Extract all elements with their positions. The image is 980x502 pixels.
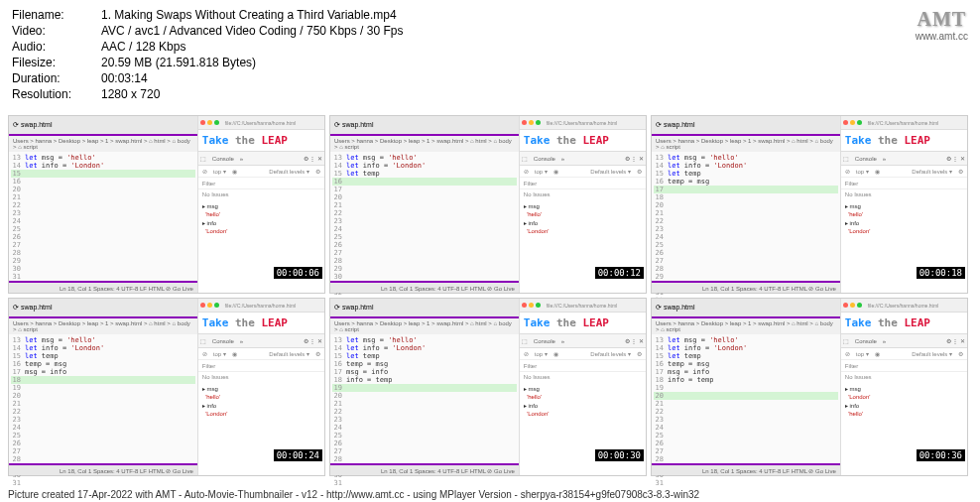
no-issues-text: No Issues bbox=[520, 372, 646, 382]
console-output: ▸ msg 'hello'▸ info 'London' bbox=[841, 199, 967, 237]
filter-input: Filter bbox=[198, 360, 324, 372]
url-bar: file:///C:/Users/hanna/home.html bbox=[225, 120, 296, 126]
chevron-right-icon: » bbox=[883, 338, 886, 344]
maximize-icon bbox=[214, 303, 219, 308]
browser-titlebar: file:///C:/Users/hanna/home.html bbox=[841, 299, 967, 313]
console-output: ▸ msg 'hello'▸ info 'London' bbox=[198, 199, 324, 237]
maximize-icon bbox=[536, 120, 541, 125]
gear-icon: ⚙ ⋮ ✕ bbox=[625, 337, 644, 344]
elements-icon: ⬚ bbox=[843, 155, 849, 162]
gear-icon: ⚙ bbox=[958, 168, 963, 175]
levels-dropdown: Default levels ▾ bbox=[269, 168, 309, 175]
editor-tab: ⟳ swap.html bbox=[9, 299, 197, 318]
editor-status-bar: Ln 18, Col 1 Spaces: 4 UTF-8 LF HTML ⊘ G… bbox=[9, 463, 197, 475]
filesize-label: Filesize: bbox=[12, 56, 101, 69]
elements-icon: ⬚ bbox=[843, 337, 849, 344]
page-heading: Take the LEAP bbox=[841, 313, 967, 333]
console-output: ▸ msg 'hello'▸ info 'London' bbox=[520, 382, 646, 420]
devtools-tabs: ⬚Console»⚙ ⋮ ✕ bbox=[841, 152, 967, 166]
clear-icon: ⊘ bbox=[202, 350, 207, 357]
url-bar: file:///C:/Users/hanna/home.html bbox=[547, 120, 617, 126]
browser-titlebar: file:///C:/Users/hanna/home.html bbox=[841, 116, 967, 130]
gear-icon: ⚙ ⋮ ✕ bbox=[304, 337, 322, 344]
code-area: 13let msg = 'hello'14let info = 'London'… bbox=[9, 152, 197, 291]
code-editor: ⟳ swap.htmlUsers > hanna > Desktop > lea… bbox=[330, 299, 520, 475]
console-output: ▸ msg 'London'▸ info 'hello' bbox=[841, 382, 967, 420]
url-bar: file:///C:/Users/hanna/home.html bbox=[868, 120, 938, 126]
minimize-icon bbox=[850, 303, 855, 308]
console-output: ▸ msg 'hello'▸ info 'London' bbox=[198, 382, 324, 420]
editor-tab: ⟳ swap.html bbox=[330, 116, 519, 136]
url-bar: file:///C:/Users/hanna/home.html bbox=[547, 303, 617, 309]
console-tab: Console bbox=[534, 338, 555, 344]
chevron-right-icon: » bbox=[240, 338, 243, 344]
close-icon bbox=[843, 303, 848, 308]
gear-icon: ⚙ bbox=[315, 350, 320, 357]
elements-icon: ⬚ bbox=[200, 155, 206, 162]
clear-icon: ⊘ bbox=[524, 350, 529, 357]
editor-status-bar: Ln 18, Col 1 Spaces: 4 UTF-8 LF HTML ⊘ G… bbox=[330, 463, 519, 475]
browser-titlebar: file:///C:/Users/hanna/home.html bbox=[198, 116, 324, 130]
browser-titlebar: file:///C:/Users/hanna/home.html bbox=[520, 299, 646, 313]
maximize-icon bbox=[857, 303, 862, 308]
breadcrumb: Users > hanna > Desktop > leap > 1 > swa… bbox=[652, 136, 840, 152]
filter-input: Filter bbox=[520, 360, 646, 372]
code-area: 13let msg = 'hello'14let info = 'London'… bbox=[330, 152, 519, 299]
eye-icon: ◉ bbox=[875, 168, 880, 175]
console-tab: Console bbox=[855, 156, 877, 162]
console-output: ▸ msg 'hello'▸ info 'London' bbox=[520, 199, 646, 237]
filter-input: Filter bbox=[841, 360, 967, 372]
resolution-label: Resolution: bbox=[12, 87, 101, 101]
elements-icon: ⬚ bbox=[522, 155, 528, 162]
console-tab: Console bbox=[212, 338, 234, 344]
minimize-icon bbox=[529, 303, 534, 308]
thumbnail: ⟳ swap.htmlUsers > hanna > Desktop > lea… bbox=[651, 115, 968, 294]
chevron-right-icon: » bbox=[561, 338, 564, 344]
maximize-icon bbox=[536, 303, 541, 308]
console-toolbar: ⊘top ▾◉Default levels ▾⚙ bbox=[198, 348, 324, 360]
console-toolbar: ⊘top ▾◉Default levels ▾⚙ bbox=[520, 166, 646, 178]
audio-value: AAC / 128 Kbps bbox=[101, 40, 185, 54]
breadcrumb: Users > hanna > Desktop > leap > 1 > swa… bbox=[330, 318, 519, 334]
thumbnail: ⟳ swap.htmlUsers > hanna > Desktop > lea… bbox=[8, 115, 325, 294]
context-dropdown: top ▾ bbox=[213, 350, 226, 357]
breadcrumb: Users > hanna > Desktop > leap > 1 > swa… bbox=[652, 318, 840, 334]
video-value: AVC / avc1 / Advanced Video Coding / 750… bbox=[101, 24, 403, 38]
console-toolbar: ⊘top ▾◉Default levels ▾⚙ bbox=[841, 348, 967, 360]
page-heading: Take the LEAP bbox=[198, 313, 324, 333]
clear-icon: ⊘ bbox=[524, 168, 529, 175]
timestamp-badge: 00:00:36 bbox=[917, 449, 965, 461]
filesize-value: 20.59 MB (21.591.818 Bytes) bbox=[101, 56, 256, 69]
thumbnail: ⟳ swap.htmlUsers > hanna > Desktop > lea… bbox=[651, 298, 968, 476]
devtools-tabs: ⬚Console»⚙ ⋮ ✕ bbox=[198, 334, 324, 348]
timestamp-badge: 00:00:12 bbox=[595, 267, 644, 279]
no-issues-text: No Issues bbox=[520, 189, 646, 199]
context-dropdown: top ▾ bbox=[856, 168, 869, 175]
editor-status-bar: Ln 18, Col 1 Spaces: 4 UTF-8 LF HTML ⊘ G… bbox=[9, 281, 197, 293]
elements-icon: ⬚ bbox=[522, 337, 528, 344]
audio-label: Audio: bbox=[12, 40, 101, 54]
logo-url: www.amt.cc bbox=[916, 31, 968, 42]
editor-tab: ⟳ swap.html bbox=[330, 299, 519, 318]
close-icon bbox=[522, 303, 527, 308]
gear-icon: ⚙ ⋮ ✕ bbox=[946, 337, 965, 344]
chevron-right-icon: » bbox=[240, 156, 243, 162]
levels-dropdown: Default levels ▾ bbox=[269, 350, 309, 357]
context-dropdown: top ▾ bbox=[535, 168, 548, 175]
console-toolbar: ⊘top ▾◉Default levels ▾⚙ bbox=[198, 166, 324, 178]
gear-icon: ⚙ bbox=[958, 350, 963, 357]
console-tab: Console bbox=[855, 338, 877, 344]
code-editor: ⟳ swap.htmlUsers > hanna > Desktop > lea… bbox=[9, 116, 198, 293]
console-tab: Console bbox=[212, 156, 234, 162]
close-icon bbox=[522, 120, 527, 125]
maximize-icon bbox=[214, 120, 219, 125]
close-icon bbox=[200, 303, 205, 308]
eye-icon: ◉ bbox=[232, 168, 237, 175]
gear-icon: ⚙ bbox=[315, 168, 320, 175]
browser-titlebar: file:///C:/Users/hanna/home.html bbox=[520, 116, 646, 130]
timestamp-badge: 00:00:24 bbox=[274, 449, 322, 461]
amt-logo: AMT www.amt.cc bbox=[916, 8, 968, 42]
video-label: Video: bbox=[12, 24, 101, 38]
metadata-header: Filename:1. Making Swaps Without Creatin… bbox=[0, 0, 980, 111]
context-dropdown: top ▾ bbox=[213, 168, 226, 175]
